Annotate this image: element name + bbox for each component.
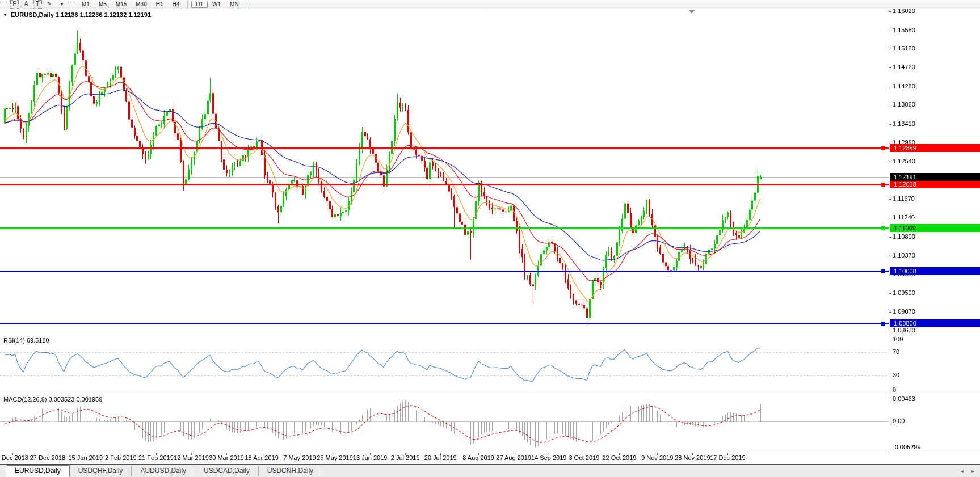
toolbar-grip-icon[interactable] (71, 1, 74, 7)
timeframe-buttons-group: M1M5M15M30H1H4D1W1MN (77, 1, 243, 8)
chart-tab-usdcad[interactable]: USDCAD,Daily (195, 466, 259, 476)
timeframe-button-H1[interactable]: H1 (152, 1, 168, 8)
chart-tab-bar: EURUSD,DailyUSDCHF,DailyAUDUSD,DailyUSDC… (0, 464, 980, 477)
toolbar-divider (187, 1, 188, 8)
price-chart-canvas[interactable] (0, 0, 980, 477)
tabs-scroll-left-icon[interactable]: ◂ (961, 468, 964, 474)
timeframe-button-M1[interactable]: M1 (77, 1, 94, 8)
timeframe-button-M30[interactable]: M30 (131, 1, 151, 8)
top-toolbar: FAT✎▾ M1M5M15M30H1H4D1W1MN (0, 0, 980, 9)
draw-tool-caret-icon[interactable]: ▾ (57, 1, 67, 8)
chart-tab-usdcnh[interactable]: USDCNH,Daily (259, 466, 322, 476)
timeframe-button-M15[interactable]: M15 (111, 1, 131, 8)
tabs-scroll-right-icon[interactable]: ▸ (971, 468, 974, 474)
timeframe-button-D1[interactable]: D1 (191, 1, 208, 8)
timeframe-button-M5[interactable]: M5 (94, 1, 111, 8)
chart-tab-usdchf[interactable]: USDCHF,Daily (70, 466, 132, 476)
draw-tool-icon[interactable]: ✎ (44, 1, 54, 8)
drawing-tools-group: FAT✎▾ (9, 0, 68, 9)
tab-scroll-arrows: ◂ ▸ (961, 465, 980, 477)
fibo-tool-icon[interactable]: F (10, 0, 19, 9)
text-tool-icon[interactable]: A (21, 1, 31, 8)
application-window: FAT✎▾ M1M5M15M30H1H4D1W1MN ▼ EURUSD,Dail… (0, 0, 980, 477)
toolbar-grip-icon[interactable] (3, 1, 6, 7)
timeframe-button-H4[interactable]: H4 (168, 1, 184, 8)
timeframe-button-MN[interactable]: MN (225, 1, 243, 8)
chart-tab-eurusd[interactable]: EURUSD,Daily (6, 465, 70, 477)
label-tool-icon[interactable]: T (33, 0, 42, 9)
toolbar-divider (247, 1, 247, 8)
chart-tab-audusd[interactable]: AUDUSD,Daily (132, 466, 195, 476)
timeframe-button-W1[interactable]: W1 (208, 1, 225, 8)
